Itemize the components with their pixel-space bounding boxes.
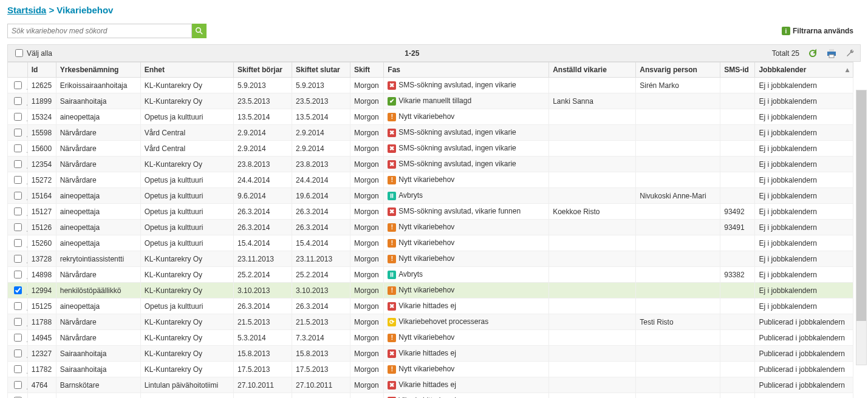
- cell-responsible: [636, 220, 720, 235]
- cell-shift: Morgon: [350, 377, 384, 393]
- search-input[interactable]: [7, 24, 192, 38]
- table-row[interactable]: 15260aineopettajaOpetus ja kulttuuri15.4…: [8, 235, 853, 251]
- table-row[interactable]: 15125aineopettajaOpetus ja kulttuuri26.3…: [8, 298, 853, 314]
- row-checkbox[interactable]: [14, 223, 22, 231]
- cell-assigned: [549, 172, 636, 188]
- print-button[interactable]: [826, 49, 837, 58]
- row-checkbox[interactable]: [14, 81, 22, 89]
- table-row[interactable]: 12354NärvårdareKL-Kuntarekry Oy23.8.2013…: [8, 157, 853, 172]
- cell-shift: Morgon: [350, 93, 384, 109]
- table-row[interactable]: 11899SairaanhoitajaKL-Kuntarekry Oy23.5.…: [8, 93, 853, 109]
- cell-unit: Opetus ja kulttuuri: [140, 235, 233, 251]
- row-checkbox[interactable]: [14, 334, 22, 342]
- status-badge: ✖: [388, 160, 396, 169]
- table-row[interactable]: 11788NärvårdareKL-Kuntarekry Oy21.5.2013…: [8, 314, 853, 330]
- col-end[interactable]: Skiftet slutar: [292, 62, 350, 78]
- col-shift[interactable]: Skift: [350, 62, 384, 78]
- table-row[interactable]: 4734BarnskötareLintulan päivähoitotiimi5…: [8, 393, 853, 399]
- info-icon: i: [782, 27, 790, 35]
- cell-shift: Morgon: [350, 314, 384, 330]
- row-checkbox[interactable]: [14, 192, 22, 200]
- row-checkbox[interactable]: [14, 318, 22, 326]
- cell-sms: [720, 141, 755, 157]
- cell-phase: !Nytt vikariebehov: [384, 283, 549, 298]
- cell-unit: KL-Kuntarekry Oy: [140, 78, 233, 93]
- row-checkbox[interactable]: [14, 144, 22, 152]
- row-checkbox[interactable]: [14, 207, 22, 215]
- col-responsible[interactable]: Ansvarig person: [636, 62, 720, 78]
- table-row[interactable]: 15600NärvårdareVård Central2.9.20142.9.2…: [8, 141, 853, 157]
- cell-start: 24.4.2014: [233, 172, 292, 188]
- row-checkbox[interactable]: [14, 129, 22, 137]
- cell-assigned: Koekkoe Risto: [549, 204, 636, 220]
- cell-phase: ✖SMS-sökning avslutad, ingen vikarie: [384, 125, 549, 141]
- cell-id: 15600: [27, 141, 56, 157]
- row-checkbox[interactable]: [14, 255, 22, 263]
- scrollbar-thumb[interactable]: [856, 90, 866, 321]
- cell-unit: KL-Kuntarekry Oy: [140, 157, 233, 172]
- row-checkbox[interactable]: [14, 239, 22, 247]
- row-checkbox[interactable]: [14, 349, 22, 357]
- table-row[interactable]: 15324aineopettajaOpetus ja kulttuuri13.5…: [8, 109, 853, 125]
- table-row[interactable]: 12327SairaanhoitajaKL-Kuntarekry Oy15.8.…: [8, 346, 853, 362]
- filters-indicator[interactable]: i Filtrarna används: [782, 27, 861, 35]
- table-row[interactable]: 12994henkilöstöpäällikköKL-Kuntarekry Oy…: [8, 283, 853, 298]
- row-checkbox[interactable]: [14, 381, 22, 389]
- cell-start: 21.5.2013: [233, 314, 292, 330]
- search-button[interactable]: [192, 24, 207, 38]
- row-checkbox[interactable]: [14, 176, 22, 184]
- settings-button[interactable]: [846, 49, 855, 58]
- row-checkbox[interactable]: [14, 271, 22, 278]
- col-calendar[interactable]: Jobbkalender ▴: [755, 62, 853, 78]
- col-sms[interactable]: SMS-id: [720, 62, 755, 78]
- table-row[interactable]: 4764BarnskötareLintulan päivähoitotiimi2…: [8, 377, 853, 393]
- col-phase[interactable]: Fas: [384, 62, 549, 78]
- table-row[interactable]: 15127aineopettajaOpetus ja kulttuuri26.3…: [8, 204, 853, 220]
- cell-calendar: Publicerad i jobbkalendern: [755, 393, 853, 399]
- row-checkbox[interactable]: [14, 302, 22, 310]
- row-checkbox[interactable]: [14, 365, 22, 373]
- row-checkbox[interactable]: [14, 160, 22, 168]
- cell-calendar: Publicerad i jobbkalendern: [755, 314, 853, 330]
- cell-calendar: Ej i jobbkalendern: [755, 220, 853, 235]
- table-row[interactable]: 11782SairaanhoitajaKL-Kuntarekry Oy17.5.…: [8, 362, 853, 377]
- select-all-checkbox[interactable]: [15, 49, 23, 57]
- col-unit[interactable]: Enhet: [140, 62, 233, 78]
- cell-end: 5.11.2011: [292, 393, 350, 399]
- cell-id: 14945: [27, 330, 56, 346]
- cell-end: 23.11.2013: [292, 251, 350, 267]
- cell-shift: Morgon: [350, 109, 384, 125]
- table-row[interactable]: 12625ErikoissairaanhoitajaKL-Kuntarekry …: [8, 78, 853, 93]
- cell-id: 15127: [27, 204, 56, 220]
- cell-id: 15324: [27, 109, 56, 125]
- cell-unit: Opetus ja kulttuuri: [140, 188, 233, 204]
- table-row[interactable]: 14945NärvårdareKL-Kuntarekry Oy5.3.20147…: [8, 330, 853, 346]
- cell-start: 26.3.2014: [233, 298, 292, 314]
- row-checkbox[interactable]: [14, 113, 22, 121]
- refresh-button[interactable]: [808, 49, 818, 58]
- row-checkbox[interactable]: [14, 286, 22, 294]
- cell-start: 26.3.2014: [233, 204, 292, 220]
- table-row[interactable]: 13728rekrytointiassistenttiKL-Kuntarekry…: [8, 251, 853, 267]
- cell-shift: Morgon: [350, 78, 384, 93]
- table-row[interactable]: 15598NärvårdareVård Central2.9.20142.9.2…: [8, 125, 853, 141]
- col-id[interactable]: Id: [27, 62, 56, 78]
- cell-shift: Morgon: [350, 220, 384, 235]
- cell-shift: Morgon: [350, 235, 384, 251]
- col-assigned[interactable]: Anställd vikarie: [549, 62, 636, 78]
- table-row[interactable]: 15126aineopettajaOpetus ja kulttuuri26.3…: [8, 220, 853, 235]
- col-job[interactable]: Yrkesbenämning: [56, 62, 140, 78]
- table-row[interactable]: 15164aineopettajaOpetus ja kulttuuri9.6.…: [8, 188, 853, 204]
- cell-job: Sairaanhoitaja: [56, 93, 140, 109]
- scrollbar[interactable]: [856, 90, 867, 365]
- cell-phase: !Nytt vikariebehov: [384, 172, 549, 188]
- breadcrumb-home[interactable]: Startsida: [7, 5, 46, 15]
- breadcrumb-current: Vikariebehov: [56, 5, 113, 15]
- table-row[interactable]: 15272NärvårdareOpetus ja kulttuuri24.4.2…: [8, 172, 853, 188]
- cell-job: aineopettaja: [56, 220, 140, 235]
- col-start[interactable]: Skiftet börjar: [233, 62, 292, 78]
- table-row[interactable]: 14898NärvårdareKL-Kuntarekry Oy25.2.2014…: [8, 267, 853, 283]
- row-checkbox[interactable]: [14, 97, 22, 105]
- cell-unit: KL-Kuntarekry Oy: [140, 267, 233, 283]
- cell-unit: Opetus ja kulttuuri: [140, 220, 233, 235]
